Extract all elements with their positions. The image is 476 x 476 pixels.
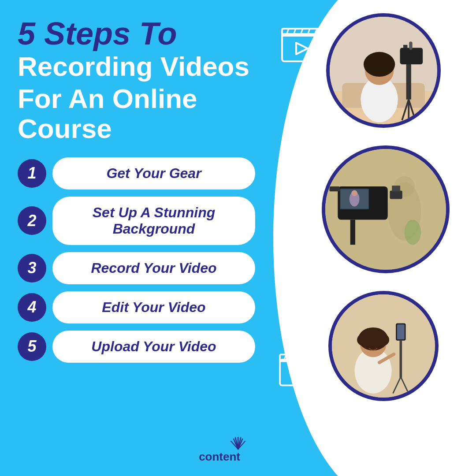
svg-point-22 (352, 190, 357, 196)
steps-list: 1 Get Your Gear 2 Set Up A Stunning Back… (18, 157, 273, 363)
svg-point-34 (364, 330, 372, 338)
step-row-1: 1 Get Your Gear (18, 157, 273, 190)
circle-image-top (326, 13, 441, 128)
svg-point-17 (405, 220, 421, 245)
svg-rect-50 (280, 360, 316, 386)
brand-logo: contentsparks (199, 437, 277, 464)
sparks-icon (220, 437, 256, 450)
svg-rect-26 (329, 186, 340, 191)
svg-rect-8 (403, 45, 407, 48)
svg-point-35 (374, 330, 382, 338)
step-row-5: 5 Upload Your Video (18, 331, 273, 363)
svg-marker-57 (293, 368, 304, 379)
title-line2: Recording Videos (18, 52, 273, 82)
step-row-3: 3 Record Your Video (18, 252, 273, 284)
step-label-5: Upload Your Video (52, 331, 255, 363)
step-label-1: Get Your Gear (52, 157, 255, 190)
svg-rect-23 (390, 190, 402, 199)
svg-marker-49 (296, 43, 308, 54)
step-number-4: 4 (18, 293, 46, 322)
svg-rect-24 (392, 186, 400, 191)
circle-image-bottom (328, 291, 439, 401)
svg-rect-7 (400, 48, 423, 64)
step-row-4: 4 Edit Your Video (18, 291, 273, 324)
left-content: 5 Steps To Recording Videos For An Onlin… (18, 18, 273, 370)
step-number-5: 5 (18, 332, 46, 361)
step-number-3: 3 (18, 254, 46, 283)
clapperboard-top-icon (280, 24, 324, 64)
step-number-1: 1 (18, 159, 46, 188)
title-line3: For An Online Course (18, 84, 273, 144)
title-highlight: 5 Steps To (18, 18, 273, 49)
clapperboard-mid-icon (278, 350, 320, 388)
svg-rect-25 (350, 220, 355, 245)
svg-rect-37 (397, 324, 405, 339)
title-area: 5 Steps To Recording Videos For An Onlin… (18, 18, 273, 144)
step-label-2: Set Up A Stunning Background (52, 197, 255, 245)
logo-text-normal: content (199, 450, 240, 463)
main-container: 5 Steps To Recording Videos For An Onlin… (0, 0, 476, 476)
svg-point-5 (364, 52, 395, 77)
svg-rect-9 (409, 41, 413, 50)
step-label-4: Edit Your Video (52, 291, 255, 324)
logo-text-accent: sparks (240, 450, 277, 463)
logo-text: contentsparks (199, 450, 277, 464)
step-row-2: 2 Set Up A Stunning Background (18, 197, 273, 245)
svg-rect-42 (282, 34, 321, 61)
step-label-3: Record Your Video (52, 252, 255, 284)
step-number-2: 2 (18, 206, 46, 235)
svg-rect-38 (400, 341, 402, 378)
circle-image-mid (322, 145, 450, 273)
